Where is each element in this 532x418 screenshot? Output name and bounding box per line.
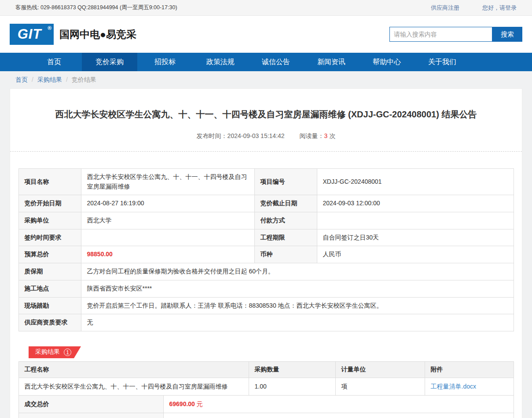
table-row: 成交总价 69690.00 元 xyxy=(18,395,514,413)
nav-item-news[interactable]: 新闻资讯 xyxy=(304,53,359,71)
publish-time-label: 发布时间： xyxy=(197,132,227,139)
detail-label: 币种 xyxy=(254,246,317,263)
detail-value: 西北大学长安校区学生公寓九、十、十一、十四号楼及自习室房屋漏雨维修 xyxy=(81,169,254,195)
table-row: 现场踏勘 竞价开启后第三个工作日。踏勘联系人：王清学 联系电话：88308530… xyxy=(18,297,514,314)
detail-label: 付款方式 xyxy=(254,212,317,229)
detail-label: 竞价截止日期 xyxy=(254,195,317,212)
result-quantity: 1.00 xyxy=(249,378,335,395)
result-project-name: 西北大学长安校区学生公寓九、十、十一、十四号楼及自习室房屋漏雨维修 xyxy=(18,378,249,395)
main-nav: 首页 竞价采购 招投标 政策法规 诚信公告 新闻资讯 帮助中心 关于我们 xyxy=(0,53,532,71)
nav-item-about[interactable]: 关于我们 xyxy=(415,53,470,71)
search-button[interactable]: 搜索 xyxy=(492,27,522,42)
table-row: 项目名称 西北大学长安校区学生公寓九、十、十一、十四号楼及自习室房屋漏雨维修 项… xyxy=(18,169,514,195)
detail-value: 无 xyxy=(81,314,514,331)
detail-value: 2024-08-27 16:19:00 xyxy=(81,195,254,212)
detail-label: 采购单位 xyxy=(18,212,81,229)
table-row: 施工地点 陕西省西安市长安区**** xyxy=(18,280,514,297)
login-link[interactable]: 您好，请登录 xyxy=(482,4,517,11)
detail-value: 陕西省西安市长安区**** xyxy=(81,280,514,297)
registered-trademark-icon: ® xyxy=(48,25,51,31)
result-unit: 项 xyxy=(335,378,425,395)
nav-item-bidding-purchase[interactable]: 竞价采购 xyxy=(82,53,137,71)
detail-value: XDJJ-GC-202408001 xyxy=(317,169,514,195)
detail-label: 供应商资质要求 xyxy=(18,314,81,331)
views-label: 阅读量： xyxy=(300,132,324,139)
table-header-row: 工程名称 采购数量 计量单位 附件 xyxy=(18,361,514,378)
attachment-link[interactable]: 工程量清单.docx xyxy=(431,383,476,390)
search-input[interactable] xyxy=(389,27,492,42)
breadcrumb: 首页/采购结果/竞价结果 xyxy=(0,71,532,88)
detail-value: 乙方对合同工程的质量保修期为验收合格并交付使用之日起 60个月。 xyxy=(81,263,514,280)
table-row: 质保期 乙方对合同工程的质量保修期为验收合格并交付使用之日起 60个月。 xyxy=(18,263,514,280)
table-row: 采购单位 西北大学 付款方式 xyxy=(18,212,514,229)
detail-label: 现场踏勘 xyxy=(18,297,81,314)
search-bar: 搜索 xyxy=(389,27,522,42)
page-title: 西北大学长安校区学生公寓九、十、十一、十四号楼及自习室房屋漏雨维修 (XDJJ-… xyxy=(10,89,522,120)
nav-item-home[interactable]: 首页 xyxy=(26,53,82,71)
divider xyxy=(10,151,522,152)
nav-item-integrity[interactable]: 诚信公告 xyxy=(248,53,304,71)
breadcrumb-separator: / xyxy=(32,76,33,83)
deal-supplier-value: 西安长明建筑防水工程有限公司 xyxy=(163,413,514,418)
nav-item-tender[interactable]: 招投标 xyxy=(137,53,193,71)
breadcrumb-separator: / xyxy=(66,76,68,83)
badge-label: 采购结果 xyxy=(35,348,60,356)
breadcrumb-current: 竞价结果 xyxy=(72,76,96,83)
views-count: 3 xyxy=(324,132,328,139)
detail-label: 签约时间要求 xyxy=(18,229,81,246)
detail-value xyxy=(81,229,254,246)
nav-item-help[interactable]: 帮助中心 xyxy=(359,53,415,71)
detail-label: 竞价开始日期 xyxy=(18,195,81,212)
site-logo[interactable]: GIT ® xyxy=(10,24,54,45)
table-row: 竞价开始日期 2024-08-27 16:19:00 竞价截止日期 2024-0… xyxy=(18,195,514,212)
topbar-links: 供应商注册 您好，请登录 xyxy=(410,4,517,12)
detail-value: 2024-09-03 12:00:00 xyxy=(317,195,514,212)
deal-total-label: 成交总价 xyxy=(18,395,163,413)
nav-item-policy[interactable]: 政策法规 xyxy=(193,53,248,71)
detail-label: 质保期 xyxy=(18,263,81,280)
deal-total-unit: 元 xyxy=(197,400,203,407)
supplier-register-link[interactable]: 供应商注册 xyxy=(431,4,459,11)
detail-value xyxy=(317,212,514,229)
table-row: 西北大学长安校区学生公寓九、十、十一、十四号楼及自习室房屋漏雨维修 1.00 项… xyxy=(18,378,514,395)
purchase-result-table: 工程名称 采购数量 计量单位 附件 西北大学长安校区学生公寓九、十、十一、十四号… xyxy=(18,361,514,396)
deal-total-amount: 69690.00 xyxy=(169,400,195,407)
table-row: 预算总价 98850.00 币种 人民币 xyxy=(18,246,514,263)
detail-value: 竞价开启后第三个工作日。踏勘联系人：王清学 联系电话：88308530 地点：西… xyxy=(81,297,514,314)
detail-label: 项目编号 xyxy=(254,169,317,195)
purchase-result-badge: 采购结果 1 xyxy=(29,346,81,358)
column-header-project-name: 工程名称 xyxy=(18,361,249,378)
column-header-attachment: 附件 xyxy=(425,361,514,378)
table-row: 供应商资质要求 无 xyxy=(18,314,514,331)
badge-count: 1 xyxy=(64,349,71,356)
detail-label: 工程期限 xyxy=(254,229,317,246)
site-name: 国网中电●易竞采 xyxy=(59,28,136,41)
column-header-quantity: 采购数量 xyxy=(249,361,335,378)
detail-value: 自合同签订之日30天 xyxy=(317,229,514,246)
deal-total-value: 69690.00 元 xyxy=(163,395,514,413)
views-unit: 次 xyxy=(329,132,335,139)
table-row: 成交供应商 西安长明建筑防水工程有限公司 xyxy=(18,413,514,418)
budget-total-value: 98850.00 xyxy=(81,246,254,263)
breadcrumb-purchase-results[interactable]: 采购结果 xyxy=(37,76,62,83)
breadcrumb-home[interactable]: 首页 xyxy=(15,76,28,83)
detail-value: 西北大学 xyxy=(81,212,254,229)
site-header: GIT ® 国网中电●易竞采 搜索 xyxy=(0,16,532,53)
column-header-unit: 计量单位 xyxy=(335,361,425,378)
article-meta: 发布时间：2024-09-03 15:14:42阅读量：3次 xyxy=(10,120,522,151)
table-row: 签约时间要求 工程期限 自合同签订之日30天 xyxy=(18,229,514,246)
content-card: 西北大学长安校区学生公寓九、十、十一、十四号楼及自习室房屋漏雨维修 (XDJJ-… xyxy=(10,88,522,418)
detail-label: 项目名称 xyxy=(18,169,81,195)
top-utility-bar: 客服热线: 029-86618373 QQ:2881944994 (周一至周五9… xyxy=(0,0,532,16)
publish-time-value: 2024-09-03 15:14:42 xyxy=(227,132,285,139)
detail-value: 人民币 xyxy=(317,246,514,263)
project-details-table: 项目名称 西北大学长安校区学生公寓九、十、十一、十四号楼及自习室房屋漏雨维修 项… xyxy=(18,168,514,331)
deal-supplier-label: 成交供应商 xyxy=(18,413,163,418)
service-hotline: 客服热线: 029-86618373 QQ:2881944994 (周一至周五9… xyxy=(15,4,177,11)
detail-label: 预算总价 xyxy=(18,246,81,263)
logo-text: GIT xyxy=(18,26,46,42)
deal-summary-table: 成交总价 69690.00 元 成交供应商 西安长明建筑防水工程有限公司 xyxy=(18,395,514,418)
detail-label: 施工地点 xyxy=(18,280,81,297)
